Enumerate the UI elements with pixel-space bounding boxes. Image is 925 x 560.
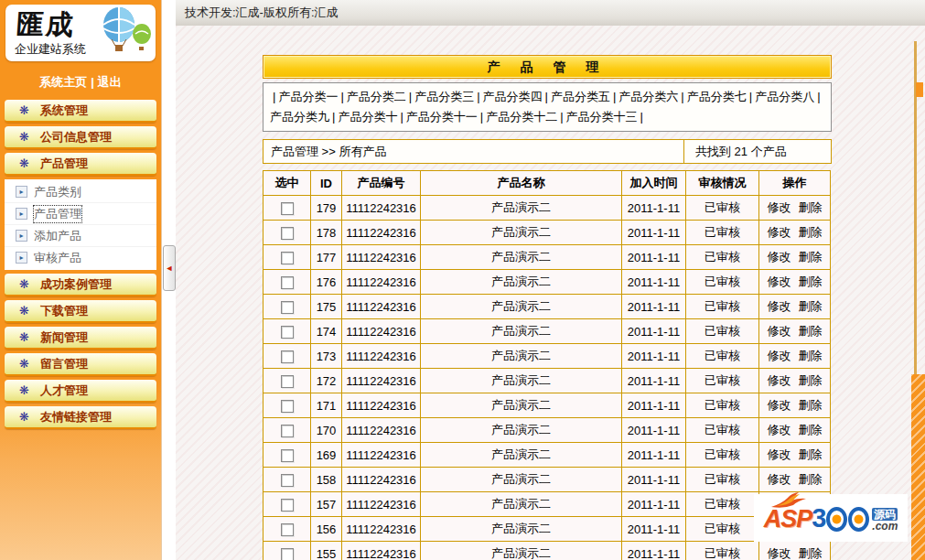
category-link[interactable]: 产品分类二 [347,90,406,103]
delete-link[interactable]: 删除 [799,546,823,560]
row-code: 11112242316 [342,295,421,319]
link-separator: | [91,75,94,89]
delete-link[interactable]: 删除 [799,324,823,338]
edit-link[interactable]: 修改 [768,250,791,264]
sidebar-item[interactable]: ❋人才管理 [5,380,156,403]
edit-link[interactable]: 修改 [768,398,791,412]
category-link[interactable]: 产品分类十一 [406,110,478,124]
row-checkbox[interactable] [281,252,294,264]
category-link[interactable]: 产品分类五 [551,90,610,103]
row-checkbox[interactable] [281,548,294,560]
row-actions: 修改删除 [759,270,831,295]
row-checkbox[interactable] [281,474,294,487]
row-id: 157 [311,492,342,517]
table-row: 17211112242316产品演示二2011-1-11已审核修改删除 [264,369,831,393]
edit-link[interactable]: 修改 [768,225,791,239]
edit-link[interactable]: 修改 [768,423,791,436]
sidebar-item[interactable]: ❋产品管理 [5,153,156,176]
row-id: 173 [311,344,342,369]
row-checkbox[interactable] [281,202,294,215]
category-link[interactable]: 产品分类六 [618,90,678,103]
row-checkbox[interactable] [281,276,294,289]
row-checkbox[interactable] [281,227,294,240]
sidebar-collapse-handle[interactable]: ◄ [163,245,176,291]
category-separator: | [545,90,548,103]
submenu-item[interactable]: ▸审核产品 [5,247,156,268]
sidebar-item[interactable]: ❋公司信息管理 [5,126,156,149]
row-date: 2011-1-11 [622,443,686,468]
row-actions: 修改删除 [759,393,831,418]
gear-icon: ❋ [19,305,29,317]
edit-link[interactable]: 修改 [768,200,791,214]
row-actions: 修改删除 [759,468,831,492]
submenu-item[interactable]: ▸产品管理 [5,203,156,225]
bullet-arrow-icon: ▸ [16,230,27,242]
sidebar-item[interactable]: ❋下载管理 [5,300,156,323]
table-row: 17511112242316产品演示二2011-1-11已审核修改删除 [264,295,831,319]
sidebar-item[interactable]: ❋留言管理 [5,353,156,376]
edit-link[interactable]: 修改 [768,275,791,288]
edit-link[interactable]: 修改 [768,472,791,486]
delete-link[interactable]: 删除 [799,200,823,214]
category-link[interactable]: 产品分类九 [270,110,329,124]
row-checkbox[interactable] [281,400,294,413]
edit-link[interactable]: 修改 [768,324,791,338]
delete-link[interactable]: 删除 [799,423,823,436]
category-link[interactable]: 产品分类十 [338,110,397,124]
delete-link[interactable]: 删除 [799,472,823,486]
column-header: 产品名称 [421,171,622,196]
row-name: 产品演示二 [421,221,622,245]
column-header: 操作 [759,171,831,196]
delete-link[interactable]: 删除 [799,447,823,461]
edit-link[interactable]: 修改 [768,546,791,560]
row-name: 产品演示二 [421,270,622,295]
sidebar-item[interactable]: ❋系统管理 [5,100,156,123]
column-header: 加入时间 [622,171,686,196]
category-separator: | [477,90,479,103]
delete-link[interactable]: 删除 [799,398,823,412]
table-header-row: 选中ID产品编号产品名称加入时间审核情况操作 [264,171,831,196]
edit-link[interactable]: 修改 [768,447,791,461]
delete-link[interactable]: 删除 [799,250,823,264]
row-checkbox[interactable] [281,375,294,388]
row-checkbox[interactable] [281,301,294,314]
category-link[interactable]: 产品分类三 [414,90,474,103]
row-checkbox[interactable] [281,449,294,462]
category-separator: | [332,110,335,124]
submenu-item[interactable]: ▸添加产品 [5,225,156,247]
row-checkbox[interactable] [281,425,294,437]
category-link[interactable]: 产品分类一 [278,90,338,103]
edit-link[interactable]: 修改 [768,299,791,313]
delete-link[interactable]: 删除 [799,275,823,288]
row-checkbox[interactable] [281,350,294,363]
row-checkbox[interactable] [281,523,294,536]
delete-link[interactable]: 删除 [799,299,823,313]
submenu-item-label: 审核产品 [34,250,81,266]
row-id: 158 [311,468,342,492]
row-name: 产品演示二 [421,418,622,443]
category-link[interactable]: 产品分类十二 [486,110,557,124]
category-link[interactable]: 产品分类八 [755,90,814,103]
home-link[interactable]: 系统主页 [39,75,87,89]
sidebar-item[interactable]: ❋成功案例管理 [5,274,156,296]
logout-link[interactable]: 退出 [98,75,122,89]
row-id: 171 [311,393,342,418]
delete-link[interactable]: 删除 [799,373,823,387]
sidebar-item[interactable]: ❋新闻管理 [5,327,156,350]
row-checkbox[interactable] [281,499,294,512]
sidebar-item[interactable]: ❋友情链接管理 [5,406,156,429]
row-checkbox[interactable] [281,326,294,339]
submenu-item[interactable]: ▸产品类别 [5,181,156,203]
category-link[interactable]: 产品分类十三 [566,110,638,124]
right-orange-band [911,374,925,560]
edit-link[interactable]: 修改 [768,373,791,387]
category-link[interactable]: 产品分类四 [483,90,543,103]
delete-link[interactable]: 删除 [799,225,823,239]
category-link[interactable]: 产品分类七 [687,90,747,103]
delete-link[interactable]: 删除 [799,349,823,362]
logo-subtitle: 企业建站系统 [15,41,86,58]
row-code: 11112242316 [342,542,421,560]
row-status: 已审核 [686,393,759,418]
category-separator: | [749,90,752,103]
edit-link[interactable]: 修改 [768,349,791,362]
